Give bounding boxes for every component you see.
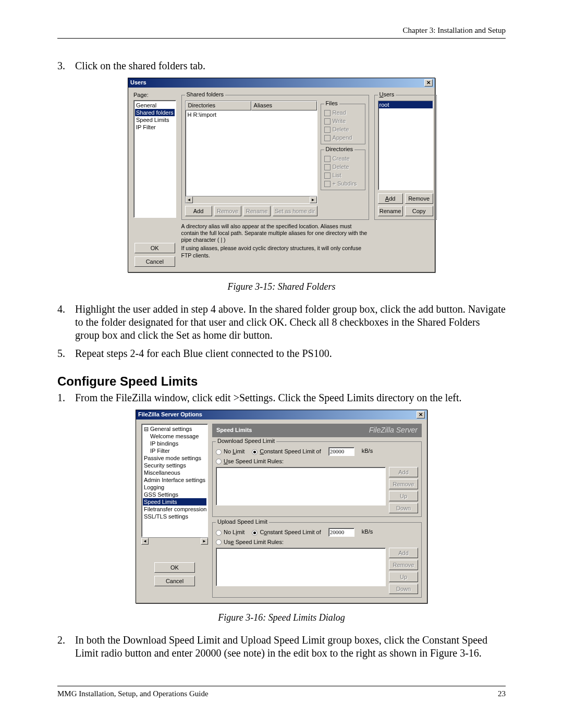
step-number: 2. <box>57 634 75 660</box>
scroll-right-icon[interactable]: ► <box>310 196 317 203</box>
ul-down-button[interactable]: Down <box>389 584 418 594</box>
delete-checkbox[interactable] <box>324 127 331 133</box>
page-number: 23 <box>498 689 506 698</box>
shared-folders-group: Shared folders <box>185 91 226 98</box>
ul-constant-radio[interactable] <box>252 530 258 536</box>
dl-down-button[interactable]: Down <box>389 503 418 513</box>
write-checkbox[interactable] <box>324 118 331 125</box>
tree-misc[interactable]: Miscellaneous <box>143 469 206 476</box>
upload-speed-group: Upload Speed Limit <box>216 519 269 526</box>
step-number: 4. <box>57 303 75 342</box>
cancel-button[interactable]: Cancel <box>154 576 195 586</box>
step-number: 3. <box>57 59 75 72</box>
tree-ssl[interactable]: SSL/TLS settings <box>143 513 206 520</box>
panel-title: Speed Limits <box>216 427 252 434</box>
read-checkbox[interactable] <box>324 110 331 116</box>
user-root[interactable]: root <box>378 101 433 108</box>
tree-gss[interactable]: GSS Settings <box>143 491 206 498</box>
tree-item-ip-filter[interactable]: IP Filter <box>135 124 175 131</box>
ul-rules-radio[interactable] <box>216 539 222 545</box>
scroll-right-icon[interactable]: ► <box>201 538 208 545</box>
ul-rules-list[interactable] <box>216 548 386 586</box>
step-text: In both the Download Speed Limit and Upl… <box>75 634 506 660</box>
ul-add-button[interactable]: Add <box>389 548 418 558</box>
tree-general-settings[interactable]: ⊟ General settings <box>143 425 206 433</box>
hint-text-2: If using aliases, please avoid cyclic di… <box>181 245 369 258</box>
kbs-label: kB/s <box>362 448 373 455</box>
dialog-title: FileZilla Server Options <box>138 411 202 418</box>
ok-button[interactable]: OK <box>154 562 195 573</box>
step-text: Repeat steps 2-4 for each Blue client co… <box>75 347 506 360</box>
close-icon[interactable]: ✕ <box>417 411 425 418</box>
brand-label: FileZilla Server <box>369 426 418 435</box>
download-speed-group: Download Speed Limit <box>216 438 276 445</box>
dir-remove-button[interactable]: Remove <box>214 206 241 216</box>
tree-item-speed-limits[interactable]: Speed Limits <box>135 116 175 124</box>
directories-group: Directories <box>324 146 355 153</box>
step-text: Click on the shared folders tab. <box>75 59 506 72</box>
dl-add-button[interactable]: Add <box>389 467 418 477</box>
dl-remove-button[interactable]: Remove <box>389 479 418 489</box>
tree-item-shared-folders[interactable]: Shared folders <box>135 109 175 116</box>
step-text: From the FileZilla window, click edit >S… <box>75 391 506 404</box>
files-group: Files <box>324 100 339 107</box>
step-number: 1. <box>57 391 75 404</box>
create-checkbox[interactable] <box>324 156 331 162</box>
col-directories[interactable]: Directories <box>186 101 251 110</box>
subdirs-checkbox[interactable] <box>324 181 331 187</box>
user-rename-button[interactable]: Rename <box>378 206 403 216</box>
ul-no-limit-radio[interactable] <box>216 530 222 536</box>
hint-text-1: A directory alias will also appear at th… <box>181 223 369 243</box>
users-dialog: Users ✕ Page: General Shared folders Spe… <box>128 78 435 273</box>
ul-limit-input[interactable] <box>328 528 354 537</box>
section-heading: Configure Speed Limits <box>57 374 506 389</box>
dl-no-limit-radio[interactable] <box>216 449 222 455</box>
scroll-left-icon[interactable]: ◄ <box>141 538 149 545</box>
user-remove-button[interactable]: Remove <box>405 193 433 204</box>
dir-delete-checkbox[interactable] <box>324 164 331 170</box>
cancel-button[interactable]: Cancel <box>134 256 175 267</box>
close-icon[interactable]: ✕ <box>424 79 433 87</box>
dialog-title: Users <box>130 79 146 87</box>
tree-passive[interactable]: Passive mode settings <box>143 454 206 462</box>
figure-caption-15: Figure 3-15: Shared Folders <box>57 281 506 293</box>
dir-add-button[interactable]: Add <box>185 206 212 216</box>
user-add-button[interactable]: Add <box>378 193 403 204</box>
ul-up-button[interactable]: Up <box>389 572 418 582</box>
dl-constant-radio[interactable] <box>252 449 258 455</box>
list-checkbox[interactable] <box>324 172 331 179</box>
user-copy-button[interactable]: Copy <box>405 206 433 216</box>
tree-ip-bindings[interactable]: IP bindings <box>143 440 206 447</box>
tree-item-general[interactable]: General <box>135 102 175 109</box>
step-text: Highlight the user added in step 4 above… <box>75 303 506 342</box>
footer-title: MMG Installation, Setup, and Operations … <box>57 689 209 698</box>
tree-filetransfer[interactable]: Filetransfer compression <box>143 505 206 513</box>
users-group: Users <box>378 91 396 98</box>
dl-up-button[interactable]: Up <box>389 491 418 501</box>
page-header: Chapter 3: Installation and Setup <box>57 26 506 39</box>
dir-rename-button[interactable]: Rename <box>243 206 271 216</box>
tree-security[interactable]: Security settings <box>143 462 206 469</box>
step-number: 5. <box>57 347 75 360</box>
tree-admin-interface[interactable]: Admin Interface settings <box>143 476 206 484</box>
page-label: Page: <box>133 92 176 99</box>
dl-limit-input[interactable] <box>328 447 354 456</box>
kbs-label: kB/s <box>362 528 373 536</box>
directory-row[interactable]: H R:\import <box>186 110 317 120</box>
set-home-dir-button[interactable]: Set as home dir <box>273 206 317 216</box>
tree-logging[interactable]: Logging <box>143 484 206 491</box>
tree-speed-limits[interactable]: Speed Limits <box>143 498 206 505</box>
scroll-left-icon[interactable]: ◄ <box>186 196 193 203</box>
figure-caption-16: Figure 3-16: Speed Limits Dialog <box>57 612 506 624</box>
col-aliases[interactable]: Aliases <box>251 101 317 110</box>
ul-remove-button[interactable]: Remove <box>389 560 418 570</box>
dl-rules-list[interactable] <box>216 467 386 505</box>
tree-ip-filter[interactable]: IP Filter <box>143 447 206 454</box>
ok-button[interactable]: OK <box>134 243 175 253</box>
append-checkbox[interactable] <box>324 135 331 141</box>
dl-rules-radio[interactable] <box>216 459 222 464</box>
server-options-dialog: FileZilla Server Options ✕ ⊟ General set… <box>136 410 427 603</box>
tree-welcome[interactable]: Welcome message <box>143 433 206 440</box>
